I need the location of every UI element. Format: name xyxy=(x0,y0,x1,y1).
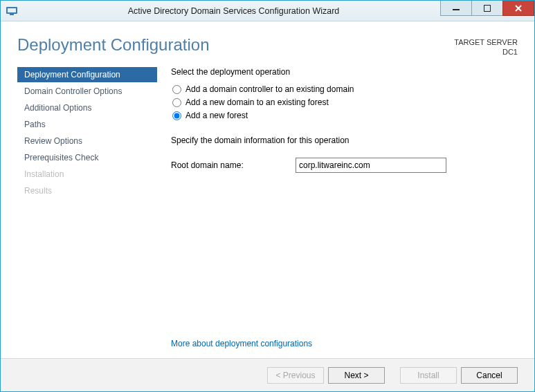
target-server-label: TARGET SERVER xyxy=(454,38,518,48)
sidebar-item-additional-options[interactable]: Additional Options xyxy=(17,100,157,115)
install-button: Install xyxy=(400,367,457,384)
content-area: Deployment Configuration TARGET SERVER D… xyxy=(1,21,534,391)
button-bar: < Previous Next > Install Cancel xyxy=(1,358,534,391)
sidebar-item-domain-controller-options[interactable]: Domain Controller Options xyxy=(17,84,157,99)
deployment-operation-radios: Add a domain controller to an existing d… xyxy=(171,84,518,123)
select-operation-label: Select the deployment operation xyxy=(171,67,518,77)
radio-new-forest[interactable]: Add a new forest xyxy=(171,110,518,122)
header-row: Deployment Configuration TARGET SERVER D… xyxy=(1,21,534,64)
form-pane: Select the deployment operation Add a do… xyxy=(157,64,518,359)
page-title: Deployment Configuration xyxy=(17,35,454,55)
radio-new-forest-input[interactable] xyxy=(172,111,181,120)
root-domain-input[interactable] xyxy=(296,158,446,173)
sidebar-item-paths[interactable]: Paths xyxy=(17,117,157,132)
sidebar-item-prerequisites-check[interactable]: Prerequisites Check xyxy=(17,150,157,165)
sidebar: Deployment Configuration Domain Controll… xyxy=(17,64,157,359)
main-area: Deployment Configuration Domain Controll… xyxy=(1,64,534,359)
radio-new-forest-label: Add a new forest xyxy=(185,111,248,120)
minimize-button[interactable] xyxy=(440,1,472,16)
radio-existing-forest-input[interactable] xyxy=(172,98,181,107)
app-icon xyxy=(5,4,19,18)
radio-existing-domain-input[interactable] xyxy=(172,85,181,94)
root-domain-field: Root domain name: xyxy=(171,158,518,173)
radio-existing-domain-label: Add a domain controller to an existing d… xyxy=(185,84,354,94)
titlebar: Active Directory Domain Services Configu… xyxy=(1,1,534,21)
root-domain-label: Root domain name: xyxy=(171,160,296,170)
more-about-link[interactable]: More about deployment configurations xyxy=(171,339,518,348)
svg-rect-2 xyxy=(10,14,14,15)
sidebar-item-results: Results xyxy=(17,183,157,198)
wizard-window: Active Directory Domain Services Configu… xyxy=(0,0,535,392)
next-button[interactable]: Next > xyxy=(328,367,385,384)
close-button[interactable] xyxy=(502,1,534,16)
window-controls xyxy=(441,1,534,16)
previous-button: < Previous xyxy=(267,367,324,384)
radio-existing-domain[interactable]: Add a domain controller to an existing d… xyxy=(171,84,518,95)
sidebar-item-installation: Installation xyxy=(17,167,157,182)
target-server-block: TARGET SERVER DC1 xyxy=(454,35,518,57)
sidebar-item-review-options[interactable]: Review Options xyxy=(17,133,157,149)
svg-rect-4 xyxy=(484,5,491,12)
radio-existing-forest[interactable]: Add a new domain to an existing forest xyxy=(171,97,518,109)
target-server-value: DC1 xyxy=(454,48,518,57)
svg-rect-3 xyxy=(453,9,460,10)
cancel-button[interactable]: Cancel xyxy=(461,367,518,384)
radio-existing-forest-label: Add a new domain to an existing forest xyxy=(185,97,329,107)
sidebar-item-deployment-configuration[interactable]: Deployment Configuration xyxy=(17,67,157,82)
maximize-button[interactable] xyxy=(471,1,503,16)
specify-info-label: Specify the domain information for this … xyxy=(171,136,518,145)
svg-rect-1 xyxy=(8,8,16,12)
